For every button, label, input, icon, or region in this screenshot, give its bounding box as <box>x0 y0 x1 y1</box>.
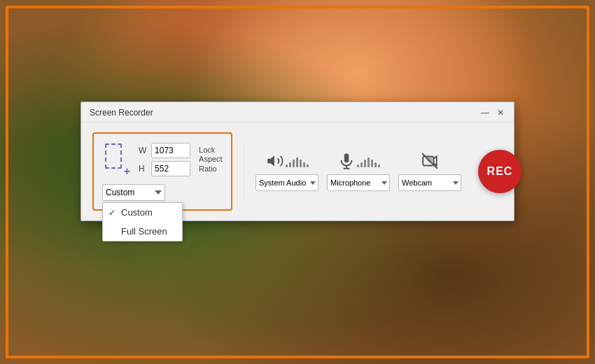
svg-marker-0 <box>267 155 274 166</box>
vol-bar-1 <box>286 164 288 167</box>
speaker-icon <box>266 152 284 170</box>
system-audio-control: System Audio <box>255 152 318 191</box>
wh-inputs: W H <box>139 143 190 176</box>
system-audio-vol-bars <box>286 155 309 167</box>
width-label: W <box>139 146 148 155</box>
system-audio-icon-row <box>266 152 309 170</box>
vol-bar-7 <box>307 164 309 167</box>
microphone-icon <box>337 152 356 170</box>
panel-separator <box>244 144 244 200</box>
lock-aspect-ratio-label: Lock AspectRatio <box>199 146 223 174</box>
height-row: H <box>139 161 190 176</box>
rec-label: REC <box>487 165 513 178</box>
vol-bar-6 <box>303 162 305 167</box>
selection-area-icon <box>102 141 130 176</box>
dialog-body: W H Lock AspectRatio Custom Full Screen <box>81 122 514 220</box>
screen-recorder-dialog: Screen Recorder — ✕ W <box>80 102 514 221</box>
close-button[interactable]: ✕ <box>496 108 505 118</box>
checkmark-icon: ✓ <box>108 208 115 218</box>
mode-select[interactable]: Custom Full Screen <box>102 184 165 201</box>
vol-bar-4 <box>296 158 298 167</box>
microphone-control: Microphone <box>327 152 390 191</box>
microphone-icon-row <box>337 152 380 170</box>
mic-vol-bar-2 <box>360 162 363 167</box>
webcam-icon-row <box>421 152 439 170</box>
dropdown-item-fullscreen[interactable]: Full Screen <box>103 222 182 241</box>
webcam-dropdown[interactable]: Webcam <box>398 174 461 191</box>
mic-vol-bar-6 <box>374 162 377 167</box>
mic-vol-bar-7 <box>378 164 380 167</box>
mic-vol-bar-3 <box>364 160 366 167</box>
microphone-dropdown[interactable]: Microphone <box>327 174 390 191</box>
rec-button[interactable]: REC <box>478 150 522 193</box>
width-input[interactable] <box>151 143 190 158</box>
webcam-off-icon <box>421 152 439 170</box>
dialog-title: Screen Recorder <box>90 108 153 118</box>
record-area-panel: W H Lock AspectRatio Custom Full Screen <box>92 132 232 211</box>
width-row: W <box>139 143 190 158</box>
mic-vol-bar-4 <box>368 158 370 167</box>
height-input[interactable] <box>151 161 190 176</box>
minimize-button[interactable]: — <box>480 108 490 118</box>
dropdown-item-custom[interactable]: ✓ Custom <box>103 203 182 222</box>
mic-vol-bars <box>357 155 380 167</box>
vol-bar-2 <box>289 162 291 167</box>
vol-bar-5 <box>300 160 302 167</box>
dropdown-fullscreen-label: Full Screen <box>121 226 167 237</box>
vol-bar-3 <box>293 160 295 167</box>
titlebar: Screen Recorder — ✕ <box>81 102 514 122</box>
dropdown-custom-label: Custom <box>121 207 153 218</box>
svg-rect-1 <box>344 153 349 162</box>
dashed-box <box>105 144 122 169</box>
height-label: H <box>139 164 148 174</box>
titlebar-controls: — ✕ <box>480 108 505 118</box>
system-audio-dropdown[interactable]: System Audio <box>255 174 318 191</box>
mic-vol-bar-5 <box>371 160 373 167</box>
webcam-control: Webcam <box>398 152 461 191</box>
mode-controls-row: Custom Full Screen <box>102 184 223 201</box>
av-panel: System Audio <box>255 152 461 191</box>
mic-vol-bar-1 <box>357 164 359 167</box>
dropdown-menu: ✓ Custom Full Screen <box>102 202 183 241</box>
